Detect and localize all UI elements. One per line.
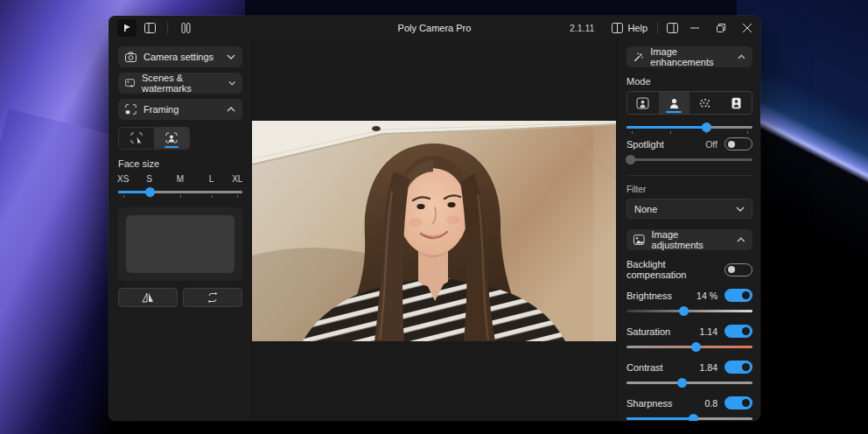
mode-intensity-slider-thumb[interactable] [702,122,711,132]
titlebar[interactable]: Poly Camera Pro 2.1.11 Help [108,16,760,40]
brightness-slider[interactable] [626,305,752,316]
chevron-up-icon [738,54,746,60]
saturation-toggle[interactable] [724,325,752,338]
chevron-down-icon [736,206,745,212]
brightness-label: Brightness [626,290,672,301]
saturation-label: Saturation [626,326,670,337]
saturation-value: 1.14 [700,326,724,337]
restore-button[interactable] [708,16,734,40]
contrast-slider[interactable] [626,377,752,388]
app-window: Poly Camera Pro 2.1.11 Help [108,16,760,421]
section-scenes-watermarks[interactable]: Scenes & watermarks [118,73,242,94]
brightness-toggle[interactable] [724,289,752,302]
swap-camera-button[interactable] [183,288,242,307]
contrast-value: 1.84 [700,362,724,373]
sidebar-toggle-icon[interactable] [140,19,159,37]
panel-toggle-icon[interactable] [662,19,682,37]
chevron-up-icon [227,107,235,112]
section-label: Scenes & watermarks [142,73,221,94]
filter-label: Filter [626,185,752,194]
minimize-button[interactable] [682,16,708,40]
spotlight-state: Off [705,139,724,150]
section-label: Framing [144,104,178,115]
backlight-toggle[interactable] [724,263,752,276]
left-panel: Camera settings Scenes & watermarks Fram… [108,40,251,421]
size-xl: XL [232,174,242,184]
framing-mode-toggle [118,127,190,150]
saturation-slider[interactable] [626,341,752,352]
chevron-up-icon [737,237,746,242]
magic-wand-icon [634,52,643,63]
filter-value: None [634,204,657,214]
framing-icon [125,104,136,115]
mode-background-blur-button[interactable] [690,92,721,114]
spotlight-toggle[interactable] [724,137,752,150]
flip-horizontal-icon [142,292,154,303]
mode-portrait-button[interactable] [659,92,690,114]
chevron-down-icon [228,80,235,86]
contrast-slider-thumb[interactable] [677,378,687,388]
camera-icon [125,52,136,62]
person-badge-icon [730,97,743,109]
sharpness-value: 0.8 [704,398,724,409]
backlight-label: Backlight compensation [626,259,724,280]
close-button[interactable] [734,16,760,40]
sharpness-slider[interactable] [626,413,752,421]
section-label: Image enhancements [650,46,731,67]
mode-badge-button[interactable] [721,92,752,114]
sharpness-toggle[interactable] [724,396,752,410]
image-icon [634,234,645,245]
swap-icon [206,292,219,303]
contrast-label: Contrast [626,362,663,373]
filter-dropdown[interactable]: None [626,199,752,219]
saturation-slider-thumb[interactable] [691,342,701,352]
face-size-label: Face size [118,158,242,169]
tracking-mode-button[interactable] [119,128,154,149]
section-camera-settings[interactable]: Camera settings [118,46,242,67]
titlebar-divider-2 [657,22,658,34]
tracking-frame-icon [130,132,144,144]
scenes-icon [125,78,135,88]
size-m: M [177,174,184,184]
spotlight-label: Spotlight [626,139,664,150]
titlebar-divider [167,22,168,34]
app-version: 2.1.11 [570,23,594,33]
face-frame-mode-button[interactable] [154,128,189,149]
size-l: L [209,174,214,184]
framing-preview-box [126,215,234,273]
section-label: Image adjustments [652,229,731,250]
sharpness-slider-thumb[interactable] [689,414,698,421]
face-frame-icon [165,132,178,144]
sharpness-label: Sharpness [626,398,673,409]
mode-standard-button[interactable] [627,92,659,114]
spotlight-slider-thumb [626,155,635,164]
flip-horizontal-button[interactable] [118,288,178,307]
contrast-toggle[interactable] [724,360,752,374]
size-xs: XS [117,174,129,184]
help-label: Help [627,23,648,33]
face-size-slider-thumb[interactable] [145,187,155,197]
video-stage [251,40,617,421]
camera-video-feed [252,121,616,341]
section-framing[interactable]: Framing [118,99,242,120]
mode-label: Mode [626,76,752,87]
chevron-down-icon [227,54,235,60]
brightness-value: 14 % [696,290,724,301]
face-size-slider[interactable] [118,186,242,197]
blur-sparkle-icon [698,97,711,109]
right-panel: Image enhancements Mode [617,40,760,421]
poly-logo-icon [117,19,136,37]
framing-preview-container [118,207,242,281]
mode-intensity-slider[interactable] [626,122,752,132]
help-book-icon [612,23,623,33]
section-image-adjustments[interactable]: Image adjustments [626,229,752,250]
spotlight-slider [626,154,752,164]
person-outline-frame-icon [636,97,649,109]
section-image-enhancements[interactable]: Image enhancements [626,46,752,67]
brightness-slider-thumb[interactable] [679,306,689,316]
help-button[interactable]: Help [606,19,653,37]
person-filled-icon [668,97,681,109]
section-label: Camera settings [144,52,214,62]
face-size-scale: XS S M L XL [118,174,242,185]
split-view-icon[interactable] [176,19,195,37]
